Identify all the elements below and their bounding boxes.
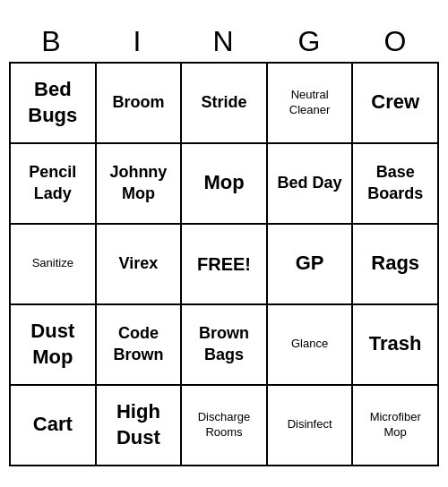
bingo-cell: Pencil Lady <box>11 144 97 225</box>
bingo-cell: Trash <box>353 305 439 386</box>
bingo-cell: Crew <box>353 64 439 144</box>
bingo-cell: Sanitize <box>11 225 97 305</box>
bingo-cell: FREE! <box>182 225 268 305</box>
bingo-cell: Mop <box>182 144 268 225</box>
bingo-header: BINGO <box>9 21 439 62</box>
header-letter: O <box>353 21 439 62</box>
bingo-card: BINGO Bed BugsBroomStrideNeutral Cleaner… <box>9 21 439 466</box>
header-letter: G <box>267 21 353 62</box>
bingo-cell: Neutral Cleaner <box>268 64 354 144</box>
header-letter: N <box>181 21 267 62</box>
bingo-cell: Code Brown <box>97 305 183 386</box>
header-letter: B <box>9 21 95 62</box>
bingo-cell: Microfiber Mop <box>353 386 439 466</box>
bingo-cell: Brown Bags <box>182 305 268 386</box>
bingo-cell: Disinfect <box>268 386 354 466</box>
bingo-cell: Discharge Rooms <box>182 386 268 466</box>
bingo-cell: Virex <box>97 225 183 305</box>
bingo-cell: Bed Day <box>268 144 354 225</box>
bingo-grid: Bed BugsBroomStrideNeutral CleanerCrewPe… <box>9 62 439 466</box>
bingo-cell: Cart <box>11 386 97 466</box>
header-letter: I <box>95 21 181 62</box>
bingo-cell: Base Boards <box>353 144 439 225</box>
bingo-cell: Dust Mop <box>11 305 97 386</box>
bingo-cell: Broom <box>97 64 183 144</box>
bingo-cell: Stride <box>182 64 268 144</box>
bingo-cell: Bed Bugs <box>11 64 97 144</box>
bingo-cell: High Dust <box>97 386 183 466</box>
bingo-cell: Rags <box>353 225 439 305</box>
bingo-cell: Glance <box>268 305 354 386</box>
bingo-cell: GP <box>268 225 354 305</box>
bingo-cell: Johnny Mop <box>97 144 183 225</box>
